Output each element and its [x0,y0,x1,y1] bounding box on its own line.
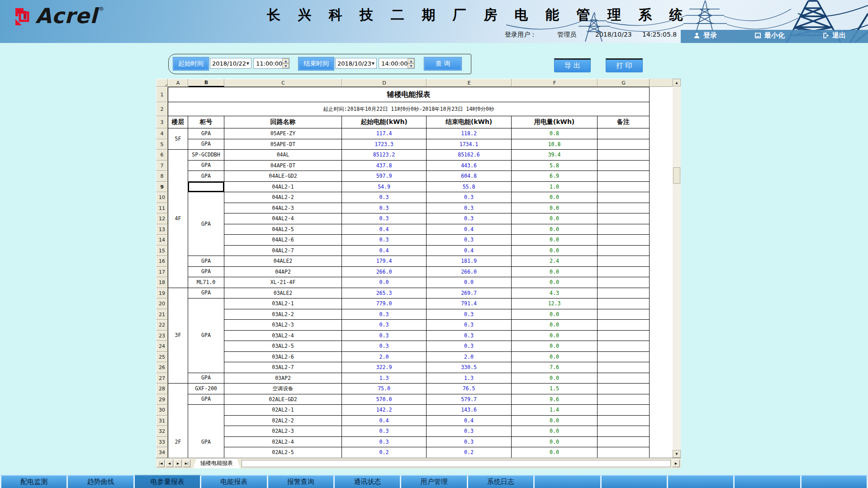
cell-29-remark[interactable] [598,394,650,405]
cell-29-usage[interactable]: 9.6 [512,394,598,405]
cell-13-circuit[interactable]: 04AL2-5 [224,224,342,235]
cell-29-start-energy[interactable]: 570.0 [342,394,427,405]
cell-13-end-energy[interactable]: 0.4 [427,224,512,235]
sheet-tab[interactable]: 辅楼电能报表 [193,459,240,469]
cell-34-end-energy[interactable]: 0.2 [427,447,512,458]
report-subtitle[interactable]: 起止时间:2018年10月22日 11时0分0秒-2018年10月23日 14时… [168,102,650,116]
cell-19-circuit[interactable]: 03ALE2 [224,288,342,299]
cell-28-end-energy[interactable]: 76.5 [427,384,512,394]
cell-30-remark[interactable] [598,405,650,416]
cell-21-end-energy[interactable]: 0.3 [427,309,512,320]
cell-16-remark[interactable] [598,256,650,267]
cell-34-usage[interactable]: 0.0 [512,447,598,458]
cell-5-end-energy[interactable]: 1734.1 [427,139,512,150]
cell-4-end-energy[interactable]: 118.2 [427,128,512,139]
cell-18-usage[interactable]: 0.0 [512,277,598,288]
print-button[interactable]: 打 印 [606,58,643,72]
cell-16-start-energy[interactable]: 179.4 [342,256,427,267]
cell-33-usage[interactable]: 0.0 [512,437,598,448]
row-header-12[interactable]: 12 [156,213,168,224]
row-header-24[interactable]: 24 [156,341,168,352]
cell-14-remark[interactable] [598,235,650,246]
cell-25-remark[interactable] [598,352,650,363]
row-header-8[interactable]: 8 [156,171,168,182]
cell-31-start-energy[interactable]: 0.4 [342,416,427,426]
cell-14-end-energy[interactable]: 0.3 [427,235,512,246]
row-header-18[interactable]: 18 [156,277,168,288]
sheet-nav-next-icon[interactable]: ▶ [174,460,182,467]
cell-34-start-energy[interactable]: 0.2 [342,447,427,458]
cell-19-start-energy[interactable]: 265.3 [342,288,427,299]
cell-23-circuit[interactable]: 03AL2-4 [224,331,342,341]
row-header-3[interactable]: 3 [156,116,168,128]
nav-item-电能报表[interactable]: 电能报表 [201,475,268,488]
nav-item-趋势曲线[interactable]: 趋势曲线 [68,475,134,488]
row-header-32[interactable]: 32 [156,426,168,437]
cell-22-usage[interactable]: 0.0 [512,320,598,331]
cell-24-usage[interactable]: 0.0 [512,341,598,352]
cell-12-circuit[interactable]: 04AL2-4 [224,213,342,224]
vertical-scroll-thumb[interactable] [673,167,680,184]
row-header-30[interactable]: 30 [156,405,168,416]
cell-23-remark[interactable] [598,331,650,341]
cell-21-start-energy[interactable]: 0.3 [342,309,427,320]
column-header-G[interactable]: G [598,79,650,87]
column-header-D[interactable]: D [342,79,427,87]
cell-18-end-energy[interactable]: 0.0 [427,277,512,288]
sheet-nav-last-icon[interactable]: ▶| [183,460,190,467]
cell-9-circuit[interactable]: 04AL2-1 [224,182,342,193]
row-header-31[interactable]: 31 [156,416,168,426]
column-header-C[interactable]: C [224,79,342,87]
cell-25-start-energy[interactable]: 2.0 [342,352,427,363]
cell-11-remark[interactable] [598,203,650,214]
cell-19-usage[interactable]: 4.3 [512,288,598,299]
cell-cabinet-empty[interactable] [188,182,224,193]
cell-32-circuit[interactable]: 02AL2-3 [224,426,342,437]
cell-22-remark[interactable] [598,320,650,331]
cell-17-remark[interactable] [598,267,650,278]
cell-cabinet-GPA[interactable]: GPA [188,256,224,267]
cell-31-end-energy[interactable]: 0.4 [427,416,512,426]
cell-28-start-energy[interactable]: 75.0 [342,384,427,394]
cell-13-usage[interactable]: 0.0 [512,224,598,235]
cell-10-end-energy[interactable]: 0.3 [427,192,512,203]
cell-25-usage[interactable]: 0.0 [512,352,598,363]
cell-17-circuit[interactable]: 04AP2 [224,267,342,278]
row-header-28[interactable]: 28 [156,384,168,394]
cell-15-usage[interactable]: 0.0 [512,246,598,256]
cell-11-usage[interactable]: 0.0 [512,203,598,214]
cell-12-end-energy[interactable]: 0.3 [427,213,512,224]
cell-4-circuit[interactable]: 05APE-ZY [224,128,342,139]
cell-19-end-energy[interactable]: 269.7 [427,288,512,299]
export-button[interactable]: 导 出 [554,58,591,72]
vertical-scrollbar[interactable]: ▲ ▼ [673,79,681,458]
cell-20-usage[interactable]: 12.3 [512,298,598,309]
sheet-nav-prev-icon[interactable]: ◀ [166,460,173,467]
row-header-29[interactable]: 29 [156,394,168,405]
cell-23-usage[interactable]: 0.0 [512,331,598,341]
cell-24-remark[interactable] [598,341,650,352]
column-header-B[interactable]: B [188,79,224,87]
cell-29-end-energy[interactable]: 579.7 [427,394,512,405]
cell-23-start-energy[interactable]: 0.3 [342,331,427,341]
cell-cabinet-GPA[interactable]: GPA [188,373,224,384]
row-header-7[interactable]: 7 [156,161,168,171]
nav-item-配电监测[interactable]: 配电监测 [0,475,68,488]
cell-30-start-energy[interactable]: 142.2 [342,405,427,416]
cell-13-remark[interactable] [598,224,650,235]
cell-floor-3F[interactable]: 3F [168,288,188,384]
cell-16-end-energy[interactable]: 181.9 [427,256,512,267]
cell-30-usage[interactable]: 1.4 [512,405,598,416]
cell-22-start-energy[interactable]: 0.3 [342,320,427,331]
cell-15-end-energy[interactable]: 0.4 [427,246,512,256]
cell-6-usage[interactable]: 39.4 [512,150,598,161]
cell-6-start-energy[interactable]: 85123.2 [342,150,427,161]
cell-28-usage[interactable]: 1.5 [512,384,598,394]
cell-floor-2F[interactable]: 2F [168,384,188,458]
cell-26-usage[interactable]: 7.6 [512,362,598,373]
cell-16-circuit[interactable]: 04ALE2 [224,256,342,267]
cell-25-circuit[interactable]: 03AL2-6 [224,352,342,363]
cell-cabinet-ML71.0[interactable]: ML71.0 [188,277,224,288]
cell-33-circuit[interactable]: 02AL2-4 [224,437,342,448]
cell-cabinet-SP-GCDDBH[interactable]: SP-GCDDBH [188,150,224,161]
